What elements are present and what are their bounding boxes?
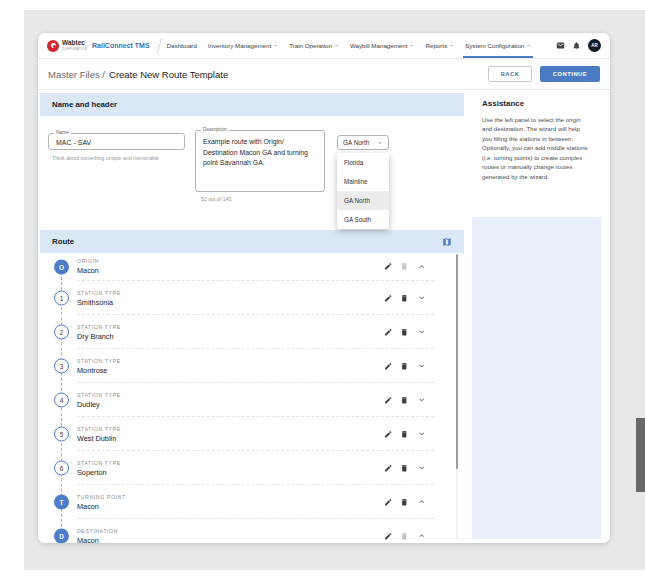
description-field-value[interactable]: Example route with Origin/ Destination M…: [196, 131, 324, 169]
menu-item-ga-north[interactable]: GA North: [337, 191, 389, 210]
logo-subtext: CORPORATION: [62, 48, 87, 51]
chevron-down-icon[interactable]: [417, 395, 427, 405]
app-window: Wabtec CORPORATION RailConnect TMS Dashb…: [38, 33, 610, 543]
menu-item-florida[interactable]: Florida: [337, 153, 389, 172]
edit-icon[interactable]: [384, 430, 393, 439]
stop-badge: O: [54, 259, 69, 274]
wabtec-logo: Wabtec CORPORATION: [62, 40, 87, 50]
stop-name: Soperton: [77, 468, 384, 477]
stop-name: West Dublin: [77, 434, 384, 443]
route-stop-row-destination: D DESTINATION Macon: [40, 519, 464, 543]
chevron-up-icon[interactable]: [417, 262, 427, 272]
edit-icon[interactable]: [384, 396, 393, 405]
name-field-helper: Think about something unique and memorab…: [52, 155, 159, 161]
route-map-icon[interactable]: [442, 237, 452, 247]
delete-icon[interactable]: [400, 396, 409, 405]
stop-badge: 4: [54, 393, 69, 408]
stop-type-label: STATION TYPE: [77, 426, 384, 432]
chevron-up-icon: [526, 43, 531, 48]
stop-badge: 2: [54, 325, 69, 340]
stop-name: Macon: [77, 536, 384, 544]
stop-name: Dudley: [77, 400, 384, 409]
chevron-down-icon: [409, 43, 414, 48]
topbar-actions: AR: [556, 39, 601, 52]
stop-type-label: STATION TYPE: [77, 392, 384, 398]
route-stop-row: 2 STATION TYPE Dry Branch: [40, 315, 464, 349]
stop-type-label: DESTINATION: [77, 528, 384, 534]
delete-icon: [400, 262, 409, 271]
chevron-up-icon[interactable]: [417, 531, 427, 541]
main-content: Assistance Use the left panel to select …: [38, 90, 610, 543]
route-section-title: Route: [52, 237, 74, 246]
description-field[interactable]: Description Example route with Origin/ D…: [195, 130, 325, 192]
delete-icon: [400, 532, 409, 541]
continue-button[interactable]: CONTINUE: [540, 66, 600, 82]
nav-item-reports[interactable]: Reports: [425, 33, 454, 58]
back-button[interactable]: BACK: [488, 66, 532, 82]
menu-item-ga-south[interactable]: GA South: [337, 210, 389, 229]
route-card: Route O ORIGIN Macon: [40, 230, 464, 543]
stop-type-label: ORIGIN: [77, 258, 384, 264]
chevron-up-icon[interactable]: [417, 497, 427, 507]
divider: [156, 38, 162, 53]
region-dropdown-menu: Florida Mainline GA North GA South: [337, 153, 389, 229]
mail-icon[interactable]: [556, 41, 565, 50]
route-stop-list: O ORIGIN Macon 1 STATION TYPE: [40, 252, 464, 543]
delete-icon[interactable]: [400, 362, 409, 371]
name-field[interactable]: Name MAC - SAV: [48, 133, 185, 150]
chevron-down-icon[interactable]: [417, 293, 427, 303]
stop-badge: 6: [54, 461, 69, 476]
edit-icon[interactable]: [384, 498, 393, 507]
edit-icon[interactable]: [384, 294, 393, 303]
stop-badge: 3: [54, 359, 69, 374]
chevron-down-icon[interactable]: [417, 327, 427, 337]
breadcrumb[interactable]: Master Files /: [48, 69, 105, 80]
edit-icon[interactable]: [384, 532, 393, 541]
region-select-value: GA North: [343, 139, 369, 146]
delete-icon[interactable]: [400, 498, 409, 507]
stop-type-label: TURNING POINT: [77, 494, 384, 500]
nav-item-waybill-management[interactable]: Waybill Management: [350, 33, 415, 58]
stop-badge: 1: [54, 291, 69, 306]
assistance-card: Assistance Use the left panel to select …: [472, 90, 601, 217]
section-header-route: Route: [40, 230, 464, 253]
region-select[interactable]: GA North: [337, 135, 389, 150]
stop-type-label: STATION TYPE: [77, 358, 384, 364]
route-stop-row: 3 STATION TYPE Montrose: [40, 349, 464, 383]
stop-type-label: STATION TYPE: [77, 290, 384, 296]
delete-icon[interactable]: [400, 328, 409, 337]
route-stop-row-turning-point: T TURNING POINT Macon: [40, 485, 464, 519]
notifications-icon[interactable]: [572, 41, 581, 50]
edit-icon[interactable]: [384, 262, 393, 271]
main-nav: Dashboard Inventory Management Train Ope…: [167, 33, 548, 58]
menu-item-mainline[interactable]: Mainline: [337, 172, 389, 191]
nav-item-dashboard[interactable]: Dashboard: [167, 33, 197, 58]
name-field-value[interactable]: MAC - SAV: [49, 134, 184, 146]
delete-icon[interactable]: [400, 294, 409, 303]
nav-item-system-configuration[interactable]: System Configuration: [465, 33, 531, 58]
chevron-down-icon: [273, 43, 278, 48]
browser-scrollbar-thumb[interactable]: [636, 418, 645, 492]
edit-icon[interactable]: [384, 464, 393, 473]
edit-icon[interactable]: [384, 328, 393, 337]
assistance-title: Assistance: [482, 99, 591, 108]
right-panel: Assistance Use the left panel to select …: [472, 90, 601, 539]
delete-icon[interactable]: [400, 464, 409, 473]
delete-icon[interactable]: [400, 430, 409, 439]
avatar[interactable]: AR: [588, 39, 601, 52]
page-title: Create New Route Template: [109, 69, 228, 80]
chevron-down-icon: [334, 43, 339, 48]
route-list-scrollbar-thumb[interactable]: [456, 254, 459, 469]
chevron-down-icon[interactable]: [417, 463, 427, 473]
nav-item-train-operation[interactable]: Train Operation: [289, 33, 339, 58]
stop-name: Macon: [77, 502, 384, 511]
chevron-down-icon[interactable]: [417, 361, 427, 371]
stop-name: Smithsonia: [77, 298, 384, 307]
stop-name: Montrose: [77, 366, 384, 375]
stop-name: Macon: [77, 266, 384, 275]
section-header-name-and-header: Name and header: [40, 93, 464, 116]
chevron-down-icon[interactable]: [417, 429, 427, 439]
edit-icon[interactable]: [384, 362, 393, 371]
nav-item-inventory-management[interactable]: Inventory Management: [208, 33, 278, 58]
route-stop-row: 1 STATION TYPE Smithsonia: [40, 281, 464, 315]
